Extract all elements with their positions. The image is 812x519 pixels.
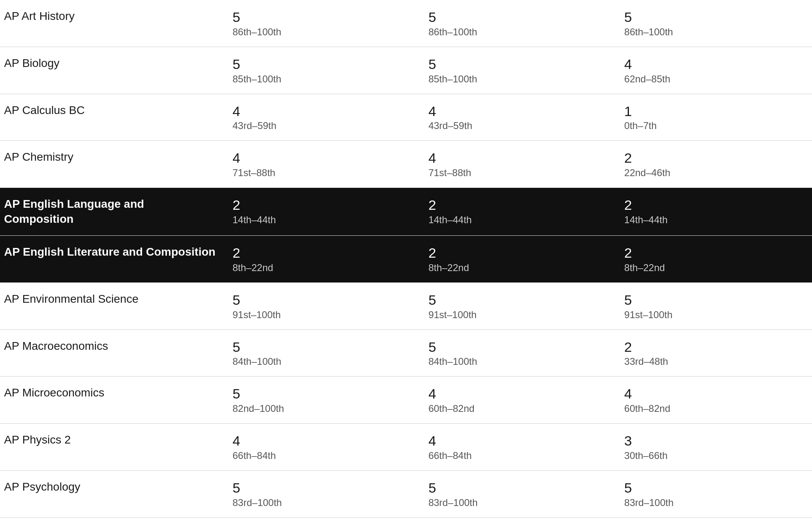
score-cell-col3: 222nd–46th xyxy=(616,141,812,188)
score-cell-col2: 28th–22nd xyxy=(420,235,616,282)
score-cell-col2: 466th–84th xyxy=(420,424,616,471)
score-value: 5 xyxy=(428,9,608,26)
score-value: 4 xyxy=(233,103,412,120)
score-value: 5 xyxy=(624,9,804,26)
course-name: AP Chemistry xyxy=(4,151,73,163)
score-cell-col1: 585th–100th xyxy=(225,517,420,519)
score-cell-col2: 460th–82nd xyxy=(420,377,616,424)
score-cell-col2: 585th–100th xyxy=(420,47,616,94)
table-row: AP Psychology583rd–100th583rd–100th583rd… xyxy=(0,470,812,517)
score-value: 4 xyxy=(233,433,412,449)
score-value: 5 xyxy=(233,385,412,402)
percentile-range: 14th–44th xyxy=(233,214,412,226)
score-value: 5 xyxy=(233,9,412,26)
course-name-cell: AP Calculus BC xyxy=(0,94,225,141)
score-cell-col1: 466th–84th xyxy=(225,424,420,471)
percentile-range: 86th–100th xyxy=(428,26,608,38)
score-cell-col1: 471st–88th xyxy=(225,141,420,188)
course-name: AP English Literature and Composition xyxy=(4,246,216,258)
course-name: AP Macroeconomics xyxy=(4,340,108,352)
course-name-cell: AP Statistics xyxy=(0,517,225,519)
ap-scores-table: AP Art History586th–100th586th–100th586t… xyxy=(0,0,812,519)
percentile-range: 66th–84th xyxy=(428,450,608,461)
score-value: 4 xyxy=(624,56,804,73)
score-cell-col3: 28th–22nd xyxy=(616,235,812,282)
course-name-cell: AP Macroeconomics xyxy=(0,329,225,377)
course-name: AP Microeconomics xyxy=(4,386,104,399)
course-name-cell: AP Art History xyxy=(0,0,225,47)
score-cell-col3: 214th–44th xyxy=(616,188,812,236)
percentile-range: 60th–82nd xyxy=(624,403,804,414)
score-value: 2 xyxy=(233,245,412,261)
score-value: 4 xyxy=(428,150,608,166)
score-value: 2 xyxy=(233,197,412,213)
course-name: AP English Language and Composition xyxy=(4,198,144,225)
percentile-range: 0th–7th xyxy=(624,120,804,131)
score-value: 5 xyxy=(233,292,412,308)
score-cell-col1: 443rd–59th xyxy=(225,94,420,141)
score-value: 2 xyxy=(624,245,804,261)
score-cell-col2: 586th–100th xyxy=(420,0,616,47)
score-value: 5 xyxy=(428,292,608,308)
course-name: AP Art History xyxy=(4,10,75,22)
percentile-range: 8th–22nd xyxy=(624,262,804,273)
score-cell-col3: 233rd–48th xyxy=(616,329,812,377)
main-container: AP Art History586th–100th586th–100th586t… xyxy=(0,0,812,519)
course-name-cell: AP Chemistry xyxy=(0,141,225,188)
score-cell-col2: 214th–44th xyxy=(420,188,616,236)
table-row: AP Environmental Science591st–100th591st… xyxy=(0,282,812,329)
score-cell-col3: 10th–7th xyxy=(616,94,812,141)
score-value: 2 xyxy=(624,150,804,166)
percentile-range: 71st–88th xyxy=(233,167,412,179)
score-value: 1 xyxy=(624,103,804,120)
score-cell-col1: 591st–100th xyxy=(225,282,420,329)
percentile-range: 8th–22nd xyxy=(233,262,412,273)
score-cell-col1: 582nd–100th xyxy=(225,377,420,424)
score-value: 5 xyxy=(428,56,608,73)
course-name-cell: AP Microeconomics xyxy=(0,377,225,424)
table-row: AP Chemistry471st–88th471st–88th222nd–46… xyxy=(0,141,812,188)
course-name-cell: AP English Language and Composition xyxy=(0,188,225,236)
percentile-range: 60th–82nd xyxy=(428,403,608,414)
percentile-range: 8th–22nd xyxy=(428,262,608,273)
table-row: AP Art History586th–100th586th–100th586t… xyxy=(0,0,812,47)
percentile-range: 91st–100th xyxy=(233,309,412,321)
score-value: 5 xyxy=(233,480,412,496)
table-row: AP English Language and Composition214th… xyxy=(0,188,812,236)
score-cell-col2: 591st–100th xyxy=(420,282,616,329)
course-name: AP Psychology xyxy=(4,480,80,493)
score-value: 5 xyxy=(233,339,412,355)
percentile-range: 71st–88th xyxy=(428,167,608,179)
score-value: 2 xyxy=(624,197,804,213)
percentile-range: 43rd–59th xyxy=(428,120,608,131)
score-value: 4 xyxy=(428,433,608,449)
score-cell-col2: 585th–100th xyxy=(420,517,616,519)
score-value: 2 xyxy=(428,245,608,261)
table-row: AP Macroeconomics584th–100th584th–100th2… xyxy=(0,329,812,377)
percentile-range: 22nd–46th xyxy=(624,167,804,179)
score-cell-col2: 443rd–59th xyxy=(420,94,616,141)
score-cell-col3: 330th–66th xyxy=(616,424,812,471)
percentile-range: 66th–84th xyxy=(233,450,412,461)
score-cell-col1: 584th–100th xyxy=(225,329,420,377)
percentile-range: 43rd–59th xyxy=(233,120,412,131)
score-cell-col3: 591st–100th xyxy=(616,282,812,329)
score-cell-col2: 584th–100th xyxy=(420,329,616,377)
course-name-cell: AP Physics 2 xyxy=(0,424,225,471)
score-value: 5 xyxy=(428,480,608,496)
percentile-range: 86th–100th xyxy=(624,26,804,38)
table-row: AP Physics 2466th–84th466th–84th330th–66… xyxy=(0,424,812,471)
table-row: AP English Literature and Composition28t… xyxy=(0,235,812,282)
score-value: 5 xyxy=(233,56,412,73)
score-value: 2 xyxy=(624,339,804,355)
score-value: 4 xyxy=(624,385,804,402)
percentile-range: 30th–66th xyxy=(624,450,804,461)
course-name: AP Environmental Science xyxy=(4,293,138,305)
score-cell-col3: 460th–82nd xyxy=(616,377,812,424)
percentile-range: 85th–100th xyxy=(428,73,608,85)
score-cell-col1: 586th–100th xyxy=(225,0,420,47)
score-value: 2 xyxy=(428,197,608,213)
course-name-cell: AP Biology xyxy=(0,47,225,94)
score-cell-col1: 583rd–100th xyxy=(225,470,420,517)
table-row: AP Calculus BC443rd–59th443rd–59th10th–7… xyxy=(0,94,812,141)
